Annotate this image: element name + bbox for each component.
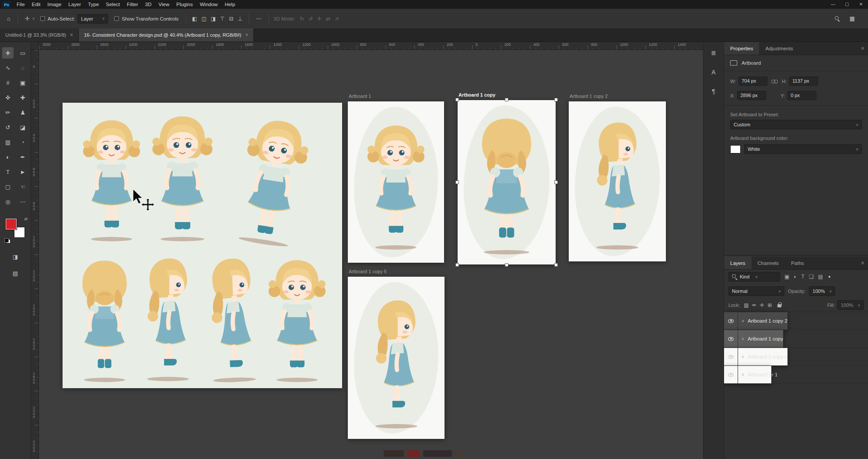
healing-brush-tool[interactable]: ✚ xyxy=(17,92,28,103)
link-dimensions-icon[interactable] xyxy=(771,79,778,83)
artboard-1-copy[interactable] xyxy=(458,100,556,264)
align-middle-icon[interactable]: ⊟ xyxy=(228,16,235,22)
y-field[interactable]: 0 px xyxy=(788,91,816,100)
document-tab-character-design[interactable]: 16- Consistent Character design.psd @ 40… xyxy=(79,28,254,42)
object-selection-tool[interactable]: ◌ xyxy=(17,62,28,73)
lasso-tool[interactable]: ∿ xyxy=(2,62,14,73)
chevron-down-icon[interactable]: ∨ xyxy=(738,372,748,377)
artboard-label[interactable]: Artboard 1 copy 2 xyxy=(570,94,608,99)
blend-mode-dropdown[interactable]: Normal ∨ xyxy=(728,286,784,296)
tab-channels[interactable]: Channels xyxy=(752,257,785,269)
align-left-icon[interactable]: ◧ xyxy=(190,16,199,22)
menu-item-3d[interactable]: 3D xyxy=(142,0,155,9)
artboard-bg-color-swatch[interactable] xyxy=(730,145,741,153)
menu-item-type[interactable]: Type xyxy=(84,0,102,9)
close-icon[interactable]: × xyxy=(70,32,73,38)
chevron-down-icon[interactable]: ∨ xyxy=(738,337,748,341)
filter-toggle-icon[interactable]: ● xyxy=(828,275,830,279)
frame-tool[interactable]: ▣ xyxy=(17,77,28,88)
quick-mask-icon[interactable]: ◨ xyxy=(10,251,21,262)
filter-smart-objects-icon[interactable]: ▤ xyxy=(816,274,825,280)
menu-item-help[interactable]: Help xyxy=(221,0,239,9)
swap-colors-icon[interactable]: ⇄ xyxy=(24,217,28,221)
eraser-tool[interactable]: ◪ xyxy=(17,122,28,133)
auto-select-checkbox[interactable] xyxy=(40,16,45,21)
lock-all-icon[interactable] xyxy=(777,304,781,307)
align-right-icon[interactable]: ◨ xyxy=(209,16,217,22)
default-colors-icon[interactable] xyxy=(4,238,10,243)
align-top-icon[interactable]: ⊤ xyxy=(218,16,226,22)
tool-preset-caret-icon[interactable]: ∨ xyxy=(32,17,35,21)
menu-item-image[interactable]: Image xyxy=(44,0,65,9)
gradient-tool[interactable]: ▥ xyxy=(2,136,14,148)
menu-item-view[interactable]: View xyxy=(155,0,173,9)
layer-filter-dropdown[interactable]: Kind ∨ xyxy=(728,272,780,282)
edit-toolbar-button[interactable]: ⋯ xyxy=(17,196,28,207)
current-tool-icon[interactable]: ✛ xyxy=(22,15,32,22)
lock-position-icon[interactable]: ✛ xyxy=(759,302,766,308)
x-field[interactable]: 2896 px xyxy=(737,91,766,100)
artboard-character-sheet[interactable] xyxy=(63,103,342,388)
clone-stamp-tool[interactable]: ♟ xyxy=(17,107,28,118)
tab-paths[interactable]: Paths xyxy=(785,257,810,269)
tab-properties[interactable]: Properties xyxy=(724,42,759,55)
home-icon[interactable]: ⌂ xyxy=(4,15,13,22)
menu-item-window[interactable]: Window xyxy=(196,0,221,9)
workspace-switcher-icon[interactable]: ▦ xyxy=(847,15,858,22)
filter-shape-layers-icon[interactable]: ❏ xyxy=(807,274,816,280)
lock-artboard-icon[interactable]: ⊞ xyxy=(766,302,773,308)
document-tab-untitled[interactable]: Untitled-1 @ 33.3% (RGB/8) × xyxy=(0,28,79,42)
menu-item-plugins[interactable]: Plugins xyxy=(173,0,196,9)
filter-pixel-layers-icon[interactable]: ▣ xyxy=(783,274,791,280)
tab-layers[interactable]: Layers xyxy=(724,257,752,269)
ruler-origin-corner[interactable] xyxy=(31,42,39,50)
align-bottom-icon[interactable]: ⊥ xyxy=(236,16,244,22)
show-transform-checkbox[interactable] xyxy=(114,16,119,21)
transform-handle[interactable] xyxy=(455,181,459,184)
fill-field[interactable]: 100% ∨ xyxy=(837,300,864,310)
transform-handle[interactable] xyxy=(505,263,508,267)
artboard-1-copy-5[interactable] xyxy=(348,277,444,439)
move-tool[interactable]: ✛ xyxy=(2,47,14,59)
path-selection-tool[interactable]: ► xyxy=(17,166,28,177)
more-align-options-icon[interactable]: ⋯ xyxy=(253,15,264,22)
history-brush-tool[interactable]: ↺ xyxy=(2,122,14,133)
search-icon[interactable] xyxy=(835,16,840,21)
menu-item-edit[interactable]: Edit xyxy=(28,0,44,9)
transform-handle[interactable] xyxy=(505,98,508,101)
transform-handle[interactable] xyxy=(455,263,459,267)
close-icon[interactable]: × xyxy=(245,32,248,38)
height-field[interactable]: 1137 px xyxy=(789,76,818,86)
marquee-tool[interactable]: ▭ xyxy=(17,47,28,59)
type-tool[interactable]: T xyxy=(2,166,14,177)
character-panel-icon[interactable]: A xyxy=(707,66,720,78)
chevron-down-icon[interactable]: ∨ xyxy=(738,355,748,359)
artboard-label-selected[interactable]: Artboard 1 copy xyxy=(458,92,495,97)
shape-tool[interactable]: ▢ xyxy=(2,181,14,192)
align-center-horizontal-icon[interactable]: ◫ xyxy=(200,16,208,22)
opacity-field[interactable]: 100% ∨ xyxy=(809,286,835,296)
artboard-1[interactable] xyxy=(348,101,444,263)
lock-pixels-icon[interactable]: ✏ xyxy=(751,302,758,308)
blur-tool[interactable]: ◔ xyxy=(17,136,28,148)
tab-adjustments[interactable]: Adjustments xyxy=(759,42,799,55)
filter-type-layers-icon[interactable]: T xyxy=(800,274,806,280)
transform-handle[interactable] xyxy=(554,263,558,267)
ruler-horizontal[interactable]: 3000280026002400220020001800160014001200… xyxy=(39,42,703,50)
paragraph-panel-icon[interactable]: ¶ xyxy=(707,86,720,97)
artboard-label[interactable]: Artboard 1 xyxy=(349,94,371,99)
menu-item-select[interactable]: Select xyxy=(102,0,123,9)
eyedropper-tool[interactable]: ✜ xyxy=(2,92,14,103)
maximize-button[interactable]: ▢ xyxy=(840,0,854,9)
brush-settings-panel-icon[interactable]: ≣ xyxy=(707,47,720,59)
menu-item-filter[interactable]: Filter xyxy=(123,0,142,9)
transform-handle[interactable] xyxy=(455,98,459,101)
brush-tool[interactable]: ✏ xyxy=(2,107,14,118)
dodge-tool[interactable]: ◐ xyxy=(2,151,14,163)
panel-menu-icon[interactable]: ≡ xyxy=(861,260,864,265)
artboard-bg-color-dropdown[interactable]: White ∨ xyxy=(744,144,862,154)
artboard-preset-dropdown[interactable]: Custom ∨ xyxy=(730,120,862,129)
artboard-label[interactable]: Artboard 1 copy 5 xyxy=(349,269,387,274)
auto-select-target-dropdown[interactable]: Layer ∨ xyxy=(77,14,108,24)
filter-adjustment-layers-icon[interactable]: ◐ xyxy=(792,274,798,280)
